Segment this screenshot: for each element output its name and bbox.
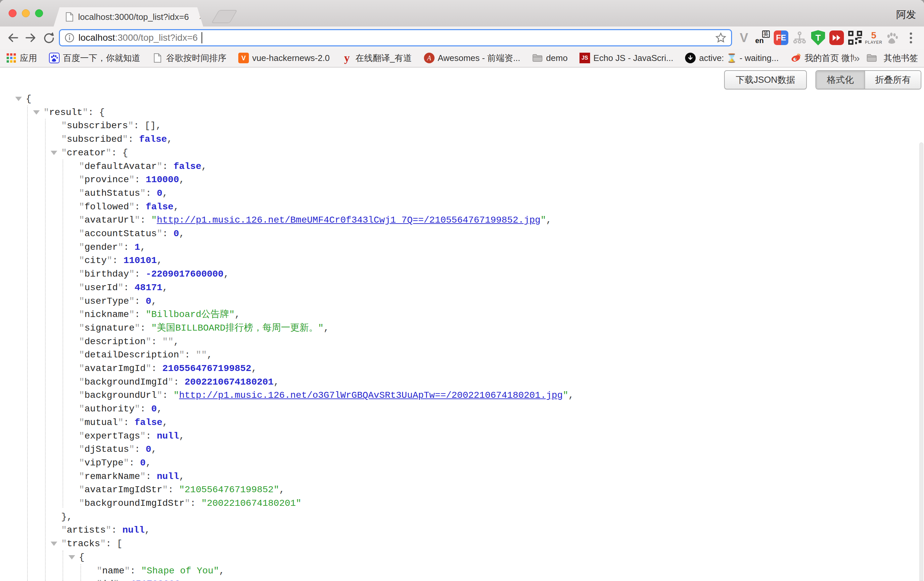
collapse-all-button[interactable]: 折叠所有 bbox=[865, 71, 921, 89]
json-line: "id": 451703096, bbox=[0, 578, 924, 581]
json-token: 2105564767199852 bbox=[162, 363, 251, 374]
json-token: mutual bbox=[84, 417, 118, 428]
json-token: : bbox=[135, 444, 146, 454]
json-token: " bbox=[79, 228, 85, 239]
json-token: " bbox=[157, 161, 162, 172]
json-viewer-page: 下载JSON数据 格式化 折叠所有 {"result": {"subscribe… bbox=[0, 68, 924, 581]
json-token: , bbox=[223, 269, 229, 279]
extension-fast-forward-icon[interactable] bbox=[829, 29, 845, 46]
format-button[interactable]: 格式化 bbox=[816, 71, 865, 89]
json-token: 451703096 bbox=[130, 579, 180, 581]
forward-button[interactable] bbox=[22, 29, 40, 47]
extension-fe-helper-icon[interactable]: FE bbox=[773, 29, 789, 46]
bookmark-label: demo bbox=[546, 53, 568, 63]
tab-close-icon[interactable]: × bbox=[199, 12, 205, 22]
bookmark-label: 我的首页 微博-随时... bbox=[805, 52, 854, 64]
new-tab-button[interactable] bbox=[211, 10, 237, 23]
bookmark-item-vue[interactable]: Vvue-hackernews-2.0 bbox=[238, 53, 330, 63]
bookmark-item-youdao[interactable]: y在线翻译_有道 bbox=[342, 52, 412, 64]
json-line: "artists": null, bbox=[0, 523, 924, 537]
bookmarks-overflow-icon[interactable]: » bbox=[854, 52, 860, 64]
bookmark-item-echojs[interactable]: JSEcho JS - JavaScri... bbox=[579, 53, 673, 63]
extension-translator-icon[interactable]: en英 bbox=[754, 29, 771, 46]
bookmark-item-folder[interactable]: demo bbox=[532, 53, 568, 63]
tab-favicon-page-icon bbox=[66, 12, 73, 22]
bookmark-item-awesomes[interactable]: AAwesomes - 前端资... bbox=[424, 52, 520, 64]
json-token: , bbox=[179, 175, 185, 185]
json-token: "2105564767199852" bbox=[179, 485, 279, 495]
collapse-arrow-icon[interactable] bbox=[69, 555, 75, 559]
json-token: false bbox=[145, 202, 173, 212]
json-line: "result": { bbox=[0, 106, 924, 119]
bookmark-star-icon[interactable] bbox=[715, 32, 726, 43]
json-link[interactable]: http://p1.music.126.net/BmeUMF4Cr0f343lC… bbox=[157, 215, 540, 225]
close-window-button[interactable] bbox=[8, 9, 16, 17]
json-token: }, bbox=[61, 512, 73, 522]
bookmark-item-download-circle[interactable]: active: ⌛ - waiting... bbox=[685, 53, 779, 63]
json-token: " bbox=[79, 336, 85, 347]
json-token: 0 bbox=[145, 296, 151, 306]
json-line: "vipType": 0, bbox=[0, 456, 924, 470]
collapse-arrow-icon[interactable] bbox=[51, 541, 57, 546]
json-line: "defaultAvatar": false, bbox=[0, 160, 924, 173]
back-button[interactable] bbox=[4, 29, 22, 47]
browser-window: localhost:3000/top_list?idx=6 × 阿发 local… bbox=[0, 0, 924, 581]
json-token: 1 bbox=[135, 242, 140, 252]
scrollbar-thumb[interactable] bbox=[919, 142, 923, 581]
json-token: { bbox=[79, 552, 85, 563]
json-token: 48171 bbox=[135, 283, 162, 293]
bookmark-item-apps-grid[interactable]: 应用 bbox=[6, 52, 37, 64]
json-token: " bbox=[79, 296, 85, 306]
json-token: detailDescription bbox=[84, 350, 179, 360]
json-line: "authStatus": 0, bbox=[0, 187, 924, 200]
extension-qr-code-icon[interactable] bbox=[847, 29, 863, 46]
json-token: accountStatus bbox=[84, 228, 157, 239]
json-token: " bbox=[157, 228, 162, 239]
collapse-arrow-icon[interactable] bbox=[33, 110, 40, 114]
extension-paw-icon[interactable] bbox=[884, 29, 900, 46]
bookmark-item-baidu[interactable]: 百度一下，你就知道 bbox=[49, 52, 140, 64]
extension-sitemap-icon[interactable] bbox=[792, 29, 807, 46]
json-line: "userType": 0, bbox=[0, 295, 924, 308]
bookmark-item-page[interactable]: 谷歌按时间排序 bbox=[152, 52, 226, 64]
extension-tampermonkey-icon[interactable]: T bbox=[810, 29, 826, 46]
json-token: , bbox=[568, 390, 574, 401]
fullscreen-window-button[interactable] bbox=[35, 9, 43, 17]
collapse-arrow-icon[interactable] bbox=[15, 97, 22, 101]
json-line: "backgroundImgIdStr": "2002210674180201" bbox=[0, 497, 924, 510]
json-link[interactable]: http://p1.music.126.net/o3G7lWrGBQAvSRt3… bbox=[179, 390, 563, 401]
json-token: id bbox=[102, 579, 114, 581]
json-token: { bbox=[26, 94, 31, 104]
extension-browser-menu-icon[interactable] bbox=[903, 29, 919, 46]
collapse-arrow-icon[interactable] bbox=[51, 151, 57, 155]
url-bar[interactable]: localhost:3000/top_list?idx=6 bbox=[59, 29, 732, 46]
json-token: : bbox=[145, 471, 157, 482]
reload-button[interactable] bbox=[40, 29, 58, 47]
json-line: "mutual": false, bbox=[0, 416, 924, 429]
profile-name[interactable]: 阿发 bbox=[896, 8, 916, 22]
json-token: "" bbox=[162, 336, 174, 347]
json-token: " bbox=[168, 377, 173, 387]
minimize-window-button[interactable] bbox=[22, 9, 30, 17]
json-token: " bbox=[79, 269, 85, 279]
browser-tab[interactable]: localhost:3000/top_list?idx=6 × bbox=[54, 7, 203, 26]
json-token: : bbox=[162, 390, 174, 401]
json-token: , bbox=[251, 363, 257, 374]
json-token: " bbox=[129, 269, 135, 279]
titlebar: localhost:3000/top_list?idx=6 × 阿发 bbox=[0, 0, 924, 26]
json-line: "birthday": -2209017600000, bbox=[0, 267, 924, 281]
extension-html5-player-icon[interactable]: 5PLAYER bbox=[866, 29, 882, 46]
json-token: " bbox=[79, 498, 85, 508]
other-bookmarks-label[interactable]: 其他书签 bbox=[884, 52, 918, 64]
json-token: , bbox=[162, 188, 168, 199]
bookmark-item-weibo[interactable]: 我的首页 微博-随时... bbox=[790, 52, 854, 64]
json-token: : bbox=[168, 485, 179, 495]
json-token: " bbox=[162, 485, 168, 495]
download-json-button[interactable]: 下载JSON数据 bbox=[724, 70, 807, 89]
json-token: : bbox=[111, 525, 122, 535]
json-line: "description": "", bbox=[0, 335, 924, 348]
json-token: " bbox=[79, 431, 85, 441]
json-token: , bbox=[140, 242, 145, 252]
extension-vue-devtools-icon[interactable]: V bbox=[736, 29, 752, 46]
page-info-icon[interactable] bbox=[64, 33, 74, 43]
